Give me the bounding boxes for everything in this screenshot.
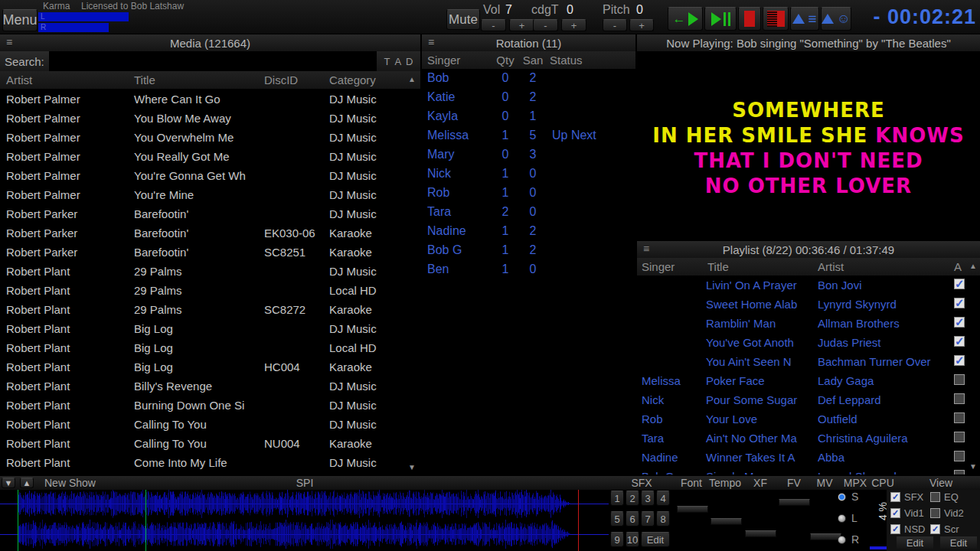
scroll-up-icon[interactable]: ▲ bbox=[408, 76, 416, 83]
media-table-row[interactable]: Robert PlantBig LogHC004Karaoke bbox=[0, 357, 420, 377]
media-table-row[interactable]: Robert PalmerYou're MineDJ Music bbox=[0, 185, 420, 204]
rotation-row[interactable]: Nadine12 bbox=[422, 222, 635, 241]
volume-minus-button[interactable]: - bbox=[481, 19, 506, 31]
show-deck-button[interactable]: ▲ bbox=[20, 478, 34, 488]
filter-title-button[interactable]: T bbox=[384, 56, 390, 67]
slider-knob-tempo[interactable] bbox=[710, 518, 742, 525]
sfx-button-1[interactable]: 1 bbox=[610, 491, 624, 506]
media-table-row[interactable]: Robert PlantBurning Down One SiDJ Music bbox=[0, 396, 420, 415]
pitch-minus-button[interactable]: - bbox=[603, 19, 627, 31]
media-table-row[interactable]: Robert PalmerYou Blow Me AwayDJ Music bbox=[0, 109, 420, 128]
media-table-row[interactable]: Robert ParkerBarefootin'DJ Music bbox=[0, 204, 420, 223]
playlist-active-checkbox[interactable] bbox=[954, 432, 965, 442]
hamburger-icon[interactable]: ≡ bbox=[428, 36, 434, 48]
media-table-row[interactable]: Robert PlantCalling To YouDJ Music bbox=[0, 415, 420, 434]
sfx-button-3[interactable]: 3 bbox=[641, 491, 655, 506]
sfx-button-2[interactable]: 2 bbox=[626, 491, 639, 506]
rotation-row[interactable]: Mary03 bbox=[422, 145, 635, 165]
view-checkbox-scr[interactable]: ✓ bbox=[930, 524, 940, 534]
search-filter-buttons[interactable]: T A D bbox=[377, 51, 420, 71]
menu-button[interactable]: Menu bbox=[2, 9, 38, 31]
scroll-down-icon[interactable]: ▼ bbox=[969, 463, 977, 471]
media-table-row[interactable]: Robert PlantCalling To YouNU004Karaoke bbox=[0, 434, 420, 453]
playlist-row[interactable]: RobYour LoveOutfield bbox=[637, 409, 980, 429]
playlist-active-checkbox[interactable] bbox=[954, 412, 965, 423]
view-option-vid2[interactable]: Vid2 bbox=[930, 507, 976, 518]
playlist-row[interactable]: NadineWinner Takes It AAbba bbox=[637, 448, 980, 467]
column-singer[interactable]: Singer bbox=[427, 54, 460, 67]
sfx-button-7[interactable]: 7 bbox=[641, 511, 655, 527]
pitch-plus-button[interactable]: + bbox=[629, 19, 654, 31]
play-pause-button[interactable] bbox=[704, 7, 737, 31]
scroll-down-icon[interactable]: ▼ bbox=[408, 464, 416, 471]
slider-knob-xf[interactable] bbox=[745, 530, 776, 537]
sfx-button-8[interactable]: 8 bbox=[656, 511, 670, 527]
playlist-active-checkbox[interactable]: ✓ bbox=[954, 298, 965, 308]
media-table-row[interactable]: Robert PlantBig LogDJ Music bbox=[0, 319, 420, 338]
column-artist[interactable]: Artist bbox=[6, 73, 32, 86]
view-option-eq[interactable]: EQ bbox=[930, 491, 976, 502]
column-singer[interactable]: Singer bbox=[642, 260, 675, 273]
radio-r[interactable] bbox=[838, 536, 846, 544]
media-table-row[interactable]: Robert PalmerYou're Gonna Get WhDJ Music bbox=[0, 166, 420, 185]
slider-knob-fv[interactable] bbox=[779, 499, 810, 506]
playlist-row[interactable]: Bob GSimple ManLynyrd Skynyrd bbox=[637, 467, 980, 474]
playlist-row[interactable]: You Ain't Seen NBachman Turner Over✓ bbox=[637, 352, 980, 371]
filter-artist-button[interactable]: A bbox=[394, 56, 401, 67]
view-option-vid1[interactable]: ✓Vid1 bbox=[890, 507, 930, 518]
playlist-row[interactable]: MelissaPoker FaceLady Gaga bbox=[637, 371, 980, 390]
rotation-row[interactable]: Bob G12 bbox=[422, 241, 635, 260]
media-table-row[interactable]: Robert PalmerYou Overwhelm MeDJ Music bbox=[0, 128, 420, 147]
playlist-active-checkbox[interactable] bbox=[954, 393, 965, 404]
view-edit-left-button[interactable]: Edit bbox=[897, 536, 933, 549]
cdgt-minus-button[interactable]: - bbox=[533, 19, 558, 31]
media-table-row[interactable]: Robert PalmerWhere Can It GoDJ Music bbox=[0, 90, 420, 109]
rotation-row[interactable]: Rob10 bbox=[422, 184, 635, 203]
view-option-sfx[interactable]: ✓SFX bbox=[890, 491, 930, 502]
view-edit-right-button[interactable]: Edit bbox=[940, 536, 977, 549]
mpx-option-r[interactable]: R bbox=[838, 534, 859, 545]
rotation-list-button[interactable]: ≡ bbox=[790, 7, 819, 31]
media-table-row[interactable]: Robert PlantBig LogLocal HD bbox=[0, 338, 420, 357]
scroll-up-icon[interactable]: ▲ bbox=[969, 262, 977, 270]
hamburger-icon[interactable]: ≡ bbox=[643, 243, 649, 255]
playlist-active-checkbox[interactable] bbox=[954, 374, 965, 385]
media-table-row[interactable]: Robert Plant29 PalmsSC8272Karaoke bbox=[0, 300, 420, 319]
sfx-button-5[interactable]: 5 bbox=[610, 511, 624, 527]
playlist-row[interactable]: Sweet Home AlabLynyrd Skynyrd✓ bbox=[637, 295, 980, 314]
rotation-row[interactable]: Kayla01 bbox=[422, 107, 635, 126]
volume-plus-button[interactable]: + bbox=[509, 19, 534, 31]
radio-l[interactable] bbox=[838, 514, 846, 523]
media-table-row[interactable]: Robert ParkerBarefootin'EK030-06Karaoke bbox=[0, 223, 420, 243]
rotation-row[interactable]: Tara20 bbox=[422, 203, 635, 222]
media-table-row[interactable]: Robert PlantBilly's RevengeDJ Music bbox=[0, 377, 420, 396]
rotation-row[interactable]: Ben10 bbox=[422, 260, 635, 279]
cdgt-plus-button[interactable]: + bbox=[561, 19, 586, 31]
rotation-row[interactable]: Bob02 bbox=[422, 69, 635, 88]
column-title[interactable]: Title bbox=[134, 73, 155, 86]
column-title[interactable]: Title bbox=[707, 260, 729, 273]
new-show-label[interactable]: New Show bbox=[44, 477, 96, 489]
column-qty[interactable]: Qty bbox=[492, 54, 518, 67]
view-option-scr[interactable]: ✓Scr bbox=[930, 523, 976, 534]
column-category[interactable]: Category bbox=[329, 73, 376, 86]
playlist-active-checkbox[interactable]: ✓ bbox=[954, 336, 965, 347]
playlist-active-checkbox[interactable]: ✓ bbox=[954, 317, 965, 328]
mpx-option-s[interactable]: S bbox=[838, 491, 858, 502]
view-option-nsd[interactable]: ✓NSD bbox=[890, 523, 930, 534]
sfx-button-4[interactable]: 4 bbox=[656, 491, 670, 506]
rotation-row[interactable]: Katie02 bbox=[422, 88, 635, 107]
playlist-active-checkbox[interactable]: ✓ bbox=[954, 279, 965, 289]
column-active[interactable]: A bbox=[954, 260, 962, 273]
sfx-button-edit[interactable]: Edit bbox=[641, 532, 670, 547]
playlist-row[interactable]: Livin' On A PrayerBon Jovi✓ bbox=[637, 276, 980, 295]
view-checkbox-sfx[interactable]: ✓ bbox=[890, 492, 900, 502]
search-input[interactable] bbox=[49, 51, 377, 71]
playlist-active-checkbox[interactable] bbox=[954, 470, 965, 474]
slider-knob-font[interactable] bbox=[677, 506, 708, 513]
playlist-row[interactable]: TaraAin't No Other MaChristina Aguilera bbox=[637, 429, 980, 448]
sfx-button-6[interactable]: 6 bbox=[626, 511, 639, 527]
restart-button[interactable]: ← bbox=[668, 7, 703, 31]
playlist-active-checkbox[interactable] bbox=[954, 451, 965, 461]
media-table-row[interactable]: Robert Plant29 PalmsLocal HD bbox=[0, 281, 420, 300]
